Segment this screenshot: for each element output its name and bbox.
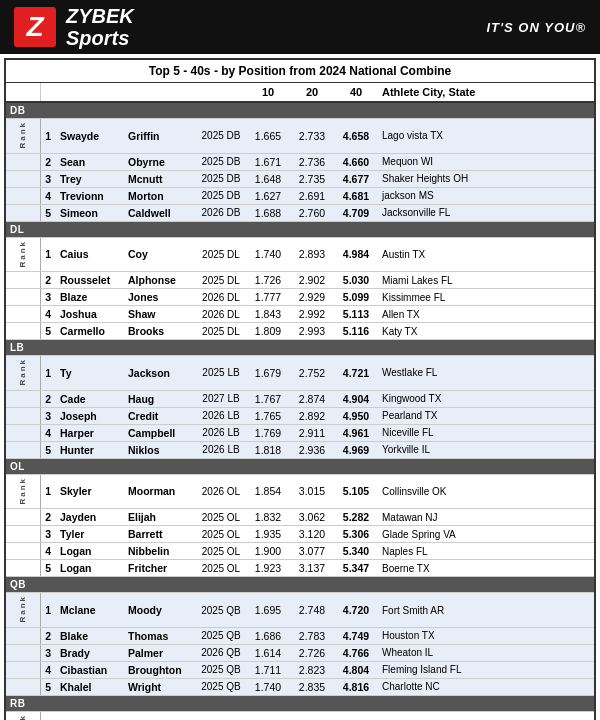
year-pos: 2026 LB — [196, 424, 246, 441]
t10-value: 1.665 — [246, 119, 290, 154]
t40-value: 4.681 — [334, 187, 378, 204]
year-pos: 2025 DL — [196, 323, 246, 340]
t20-value: 2.783 — [290, 627, 334, 644]
rank-number: 5 — [40, 441, 56, 458]
rank-label-cell — [6, 187, 40, 204]
rank-number: 5 — [40, 323, 56, 340]
rank-label-cell — [6, 323, 40, 340]
table-row: 5 Logan Fritcher 2025 OL 1.923 3.137 5.3… — [6, 560, 594, 577]
rank-label-cell — [6, 407, 40, 424]
rank-number: 1 — [40, 474, 56, 509]
t10-value: 1.686 — [246, 627, 290, 644]
rank-label-cell — [6, 509, 40, 526]
rank-label-cell — [6, 678, 40, 695]
table-row: 2 Rousselet Alphonse 2025 DL 1.726 2.902… — [6, 272, 594, 289]
year-pos: 2026 DL — [196, 306, 246, 323]
rank-number: 2 — [40, 272, 56, 289]
t20-value: 2.691 — [290, 187, 334, 204]
first-name: Hunter — [56, 441, 124, 458]
last-name: Mcnutt — [124, 170, 196, 187]
table-row: 4 Trevionn Morton 2025 DB 1.627 2.691 4.… — [6, 187, 594, 204]
city-state: Fort Smith AR — [378, 593, 594, 628]
t10-value: 1.923 — [246, 560, 290, 577]
t40-header: 40 — [334, 83, 378, 102]
city-state: Niceville FL — [378, 424, 594, 441]
first-name: Khalel — [56, 678, 124, 695]
rank-label-cell — [6, 560, 40, 577]
year-pos: 2026 LB — [196, 407, 246, 424]
rank-number: 4 — [40, 187, 56, 204]
year-pos: 2025 QB — [196, 678, 246, 695]
year-pos: 2025 QB — [196, 661, 246, 678]
t10-value: 1.935 — [246, 526, 290, 543]
rank-number: 2 — [40, 509, 56, 526]
rank-label-cell — [6, 390, 40, 407]
t10-value: 1.636 — [246, 711, 290, 720]
t10-value: 1.832 — [246, 509, 290, 526]
t20-value: 2.735 — [290, 170, 334, 187]
city-state: Houston TX — [378, 627, 594, 644]
last-name: Caldwell — [124, 204, 196, 221]
city-state: Matawan NJ — [378, 509, 594, 526]
rank-label-cell — [6, 441, 40, 458]
rank-number: 3 — [40, 526, 56, 543]
city-state: Shaker Heights OH — [378, 170, 594, 187]
first-name-header — [56, 83, 124, 102]
last-name: Palmer — [124, 644, 196, 661]
last-name: Moorman — [124, 474, 196, 509]
city-state: Jacksonville FL — [378, 204, 594, 221]
t20-value: 2.929 — [290, 289, 334, 306]
t10-value: 1.711 — [246, 661, 290, 678]
first-name: Tyler — [56, 526, 124, 543]
year-pos: 2025 OL — [196, 543, 246, 560]
t10-header: 10 — [246, 83, 290, 102]
t40-value: 4.749 — [334, 627, 378, 644]
first-name: Mclane — [56, 593, 124, 628]
city-state: Yorkville IL — [378, 441, 594, 458]
last-name: Niklos — [124, 441, 196, 458]
year-pos: 2026 DL — [196, 289, 246, 306]
last-name-header — [124, 83, 196, 102]
rank-label-cell — [6, 526, 40, 543]
first-name: Cibastian — [56, 661, 124, 678]
first-name: Brady — [56, 644, 124, 661]
t40-value: 5.113 — [334, 306, 378, 323]
last-name: Wright — [124, 678, 196, 695]
t20-value: 2.893 — [290, 237, 334, 272]
first-name: Logan — [56, 543, 124, 560]
rank-number: 4 — [40, 543, 56, 560]
year-pos: 2025 LB — [196, 356, 246, 391]
year-pos: 2027 LB — [196, 390, 246, 407]
table-row: 5 Khalel Wright 2025 QB 1.740 2.835 4.81… — [6, 678, 594, 695]
rank-number: 5 — [40, 678, 56, 695]
t20-value: 2.892 — [290, 407, 334, 424]
table-header-row: 10 20 40 Athlete City, State — [6, 83, 594, 102]
table-row: 2 Blake Thomas 2025 QB 1.686 2.783 4.749… — [6, 627, 594, 644]
t40-value: 4.816 — [334, 678, 378, 695]
t40-value: 4.984 — [334, 237, 378, 272]
year-pos: 2025 OL — [196, 560, 246, 577]
first-name: Joshua — [56, 306, 124, 323]
table-row: Rank 1 Skyler Moorman 2026 OL 1.854 3.01… — [6, 474, 594, 509]
t20-value: 3.062 — [290, 509, 334, 526]
t10-value: 1.627 — [246, 187, 290, 204]
rank-number: 2 — [40, 627, 56, 644]
first-name: Logan — [56, 560, 124, 577]
table-row: Rank 1 Ty Jackson 2025 LB 1.679 2.752 4.… — [6, 356, 594, 391]
first-name: Harper — [56, 424, 124, 441]
t20-value: 2.752 — [290, 356, 334, 391]
year-pos: 2026 RB — [196, 711, 246, 720]
main-table-container: Top 5 - 40s - by Position from 2024 Nati… — [4, 58, 596, 720]
rank-header — [6, 83, 40, 102]
t40-value: 5.099 — [334, 289, 378, 306]
rank-label-cell — [6, 306, 40, 323]
table-row: Rank 1 Ryelan Morris 2026 RB 1.636 2.695… — [6, 711, 594, 720]
year-pos: 2025 DB — [196, 170, 246, 187]
first-name: Joseph — [56, 407, 124, 424]
last-name: Nibbelin — [124, 543, 196, 560]
t10-value: 1.769 — [246, 424, 290, 441]
t20-value: 2.993 — [290, 323, 334, 340]
table-row: 5 Hunter Niklos 2026 LB 1.818 2.936 4.96… — [6, 441, 594, 458]
t10-value: 1.740 — [246, 678, 290, 695]
last-name: Thomas — [124, 627, 196, 644]
